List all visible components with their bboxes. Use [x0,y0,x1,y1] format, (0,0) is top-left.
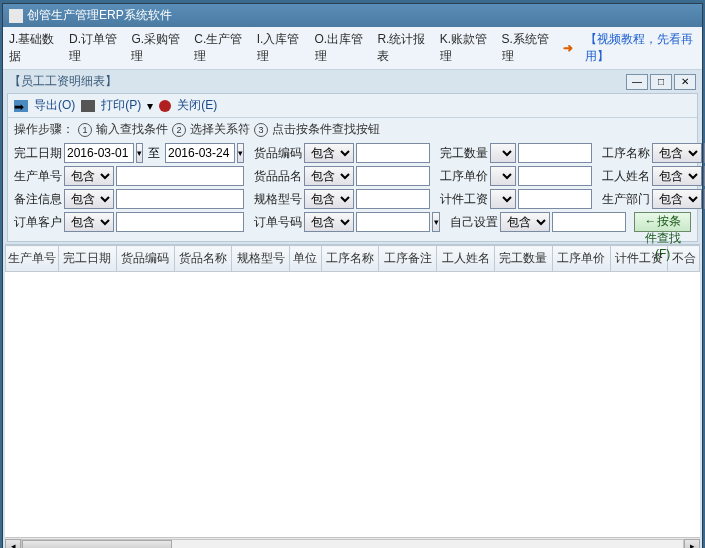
code-label: 货品编码 [254,145,302,162]
steps-row: 操作步骤： 1 输入查找条件 2 选择关系符 3 点击按条件查找按钮 [8,118,697,141]
self-input[interactable] [552,212,626,232]
close-icon [159,100,171,112]
print-icon [81,100,95,112]
steps-label: 操作步骤： [14,121,74,138]
name-label: 货品品名 [254,168,302,185]
scroll-right-arrow[interactable]: ▸ [684,539,700,549]
col-qty[interactable]: 完工数量 [494,246,552,272]
menu-account[interactable]: K.账款管理 [440,31,490,65]
name-op-select[interactable]: 包含 [304,166,354,186]
prodno-input[interactable] [116,166,244,186]
col-worker[interactable]: 工人姓名 [437,246,495,272]
date-from-picker[interactable]: ▾ [136,143,143,163]
col-remark[interactable]: 工序备注 [379,246,437,272]
cust-op-select[interactable]: 包含 [64,212,114,232]
menu-stockout[interactable]: O.出库管理 [315,31,366,65]
menu-report[interactable]: R.统计报表 [377,31,427,65]
subwindow-title-text: 【员工工资明细表】 [9,73,117,90]
col-unit[interactable]: 单位 [290,246,322,272]
export-icon: ➡ [14,100,28,112]
minimize-button[interactable]: — [626,74,648,90]
date-to-label: 至 [145,145,163,162]
orderno-input[interactable] [356,212,430,232]
code-input[interactable] [356,143,430,163]
step1-icon: 1 [78,123,92,137]
title-text: 创管生产管理ERP系统软件 [27,7,172,24]
menu-order[interactable]: D.订单管理 [69,31,119,65]
col-price[interactable]: 工序单价 [552,246,610,272]
orderno-dropdown[interactable]: ▾ [432,212,440,232]
self-op-select[interactable]: 包含 [500,212,550,232]
col-prodno[interactable]: 生产单号 [6,246,59,272]
price-label: 工序单价 [440,168,488,185]
qty-label: 完工数量 [440,145,488,162]
col-proc[interactable]: 工序名称 [321,246,379,272]
step3-icon: 3 [254,123,268,137]
step3-text: 点击按条件查找按钮 [272,121,380,138]
export-link[interactable]: 导出(O) [34,97,75,114]
col-spec[interactable]: 规格型号 [232,246,290,272]
print-link[interactable]: 打印(P) [101,97,141,114]
close-link[interactable]: 关闭(E) [177,97,217,114]
search-button[interactable]: ←按条件查找(F) [634,212,691,232]
menu-basic[interactable]: J.基础数据 [9,31,57,65]
date-label: 完工日期 [14,145,62,162]
remark-input[interactable] [116,189,244,209]
scroll-thumb[interactable] [22,540,172,549]
price-input[interactable] [518,166,592,186]
date-to-input[interactable] [165,143,235,163]
orderno-label: 订单号码 [254,214,302,231]
spec-input[interactable] [356,189,430,209]
date-from-input[interactable] [64,143,134,163]
arrow-icon: ➜ [563,41,573,55]
wage-op-select[interactable] [490,189,516,209]
worker-op-select[interactable]: 包含 [652,166,702,186]
menu-stockin[interactable]: I.入库管理 [257,31,303,65]
cust-input[interactable] [116,212,244,232]
dept-label: 生产部门 [602,191,650,208]
proc-label: 工序名称 [602,145,650,162]
horizontal-scrollbar[interactable]: ◂ ▸ [5,537,700,548]
wage-label: 计件工资 [440,191,488,208]
qty-op-select[interactable] [490,143,516,163]
spec-label: 规格型号 [254,191,302,208]
step2-text: 选择关系符 [190,121,250,138]
menu-purchase[interactable]: G.采购管理 [131,31,182,65]
date-to-picker[interactable]: ▾ [237,143,244,163]
menubar: J.基础数据 D.订单管理 G.采购管理 C.生产管理 I.入库管理 O.出库管… [3,27,702,70]
self-label: 自己设置 [450,214,498,231]
col-code[interactable]: 货品编码 [116,246,174,272]
orderno-op-select[interactable]: 包含 [304,212,354,232]
scroll-left-arrow[interactable]: ◂ [5,539,21,549]
results-table: 生产单号 完工日期 货品编码 货品名称 规格型号 单位 工序名称 工序备注 工人… [5,245,700,272]
menu-production[interactable]: C.生产管理 [194,31,244,65]
dropdown-icon[interactable]: ▾ [147,99,153,113]
spec-op-select[interactable]: 包含 [304,189,354,209]
col-name[interactable]: 货品名称 [174,246,232,272]
toolbar: ➡ 导出(O) 打印(P) ▾ 关闭(E) [8,94,697,118]
wage-input[interactable] [518,189,592,209]
col-wage[interactable]: 计件工资 [610,246,668,272]
remark-label: 备注信息 [14,191,62,208]
maximize-button[interactable]: □ [650,74,672,90]
titlebar: 创管生产管理ERP系统软件 [3,4,702,27]
prodno-label: 生产单号 [14,168,62,185]
col-reject[interactable]: 不合 [668,246,700,272]
close-button[interactable]: ✕ [674,74,696,90]
name-input[interactable] [356,166,430,186]
menu-system[interactable]: S.系统管理 [502,31,552,65]
code-op-select[interactable]: 包含 [304,143,354,163]
proc-op-select[interactable]: 包含 [652,143,702,163]
price-op-select[interactable] [490,166,516,186]
table-body-empty [5,272,700,537]
step2-icon: 2 [172,123,186,137]
col-date[interactable]: 完工日期 [59,246,117,272]
tutorial-link[interactable]: 【视频教程，先看再用】 [585,31,696,65]
qty-input[interactable] [518,143,592,163]
cust-label: 订单客户 [14,214,62,231]
dept-op-select[interactable]: 包含 [652,189,702,209]
app-icon [9,9,23,23]
remark-op-select[interactable]: 包含 [64,189,114,209]
prodno-op-select[interactable]: 包含 [64,166,114,186]
subwindow-title: 【员工工资明细表】 — □ ✕ [5,72,700,91]
